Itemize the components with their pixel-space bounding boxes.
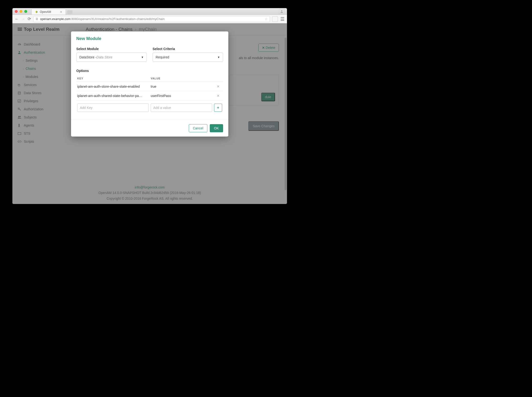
dialog-title: New Module — [76, 36, 223, 41]
svg-point-2 — [281, 10, 282, 11]
new-tab-button[interactable] — [67, 10, 72, 14]
remove-row-icon[interactable]: ✕ — [213, 82, 223, 91]
options-table: KEY VALUE iplanet-am-auth-store-share-st… — [76, 75, 223, 114]
window-controls — [15, 10, 27, 13]
ok-button[interactable]: OK — [210, 124, 223, 132]
back-icon[interactable]: ← — [15, 17, 19, 21]
forward-icon: → — [21, 17, 25, 21]
option-key: iplanet-am-auth-store-share-state-enable… — [76, 82, 150, 91]
url-host: openam.example.com — [40, 17, 70, 21]
option-key: iplanet-am-auth-shared-state-behavior-pa… — [76, 91, 150, 100]
bookmark-icon[interactable]: ☆ — [265, 17, 268, 21]
caret-down-icon: ▼ — [141, 56, 144, 59]
browser-toolbar: ← → ⟳ 🗎 openam.example.com:8080/openam/X… — [13, 15, 287, 23]
option-value: true — [150, 82, 213, 91]
url-path: /openam/XUI/#realms/%2F/authentication-c… — [78, 17, 164, 21]
table-row: iplanet-am-auth-store-share-state-enable… — [76, 82, 223, 91]
page-icon: 🗎 — [36, 17, 39, 21]
add-value-input[interactable] — [151, 103, 212, 112]
th-value: VALUE — [150, 75, 213, 82]
menu-icon[interactable]: ☰ — [280, 16, 285, 22]
url-port: :8080 — [70, 17, 78, 21]
th-key: KEY — [76, 75, 150, 82]
modal-overlay: New Module Select Module DataStore - Dat… — [13, 23, 287, 204]
select-module-dropdown[interactable]: DataStore - Data Store ▼ — [76, 53, 147, 62]
caret-down-icon: ▼ — [217, 56, 220, 59]
select-module-label: Select Module — [76, 47, 147, 51]
browser-tab[interactable]: OpenAM × — [31, 9, 66, 14]
options-heading: Options — [76, 69, 223, 73]
zoom-window-icon[interactable] — [24, 10, 27, 13]
address-bar[interactable]: 🗎 openam.example.com:8080/openam/XUI/#re… — [33, 16, 270, 22]
remove-row-icon[interactable]: ✕ — [213, 91, 223, 100]
cancel-button[interactable]: Cancel — [189, 124, 207, 132]
add-key-input[interactable] — [77, 103, 149, 112]
add-option-row: + — [76, 100, 223, 115]
select-criteria-label: Select Criteria — [153, 47, 223, 51]
titlebar: OpenAM × — [13, 8, 287, 15]
new-module-dialog: New Module Select Module DataStore - Dat… — [71, 31, 228, 136]
select-criteria-dropdown[interactable]: Required ▼ — [153, 53, 223, 62]
tab-close-icon[interactable]: × — [60, 10, 62, 14]
table-row: iplanet-am-auth-shared-state-behavior-pa… — [76, 91, 223, 100]
option-value: userFirstPass — [150, 91, 213, 100]
close-window-icon[interactable] — [15, 10, 18, 13]
dialog-footer: Cancel OK — [71, 120, 228, 136]
favicon-icon — [35, 11, 38, 13]
reload-icon[interactable]: ⟳ — [28, 16, 31, 21]
svg-marker-1 — [37, 11, 38, 13]
minimize-window-icon[interactable] — [19, 10, 22, 13]
tab-title: OpenAM — [40, 10, 51, 14]
browser-window: OpenAM × ← → ⟳ 🗎 openam.example.com:8080… — [13, 8, 287, 204]
profile-icon[interactable] — [279, 9, 285, 14]
app-viewport: Top Level Realm Authentication - Chains … — [13, 23, 287, 204]
add-option-button[interactable]: + — [214, 104, 222, 112]
extension-icon[interactable] — [272, 16, 278, 22]
